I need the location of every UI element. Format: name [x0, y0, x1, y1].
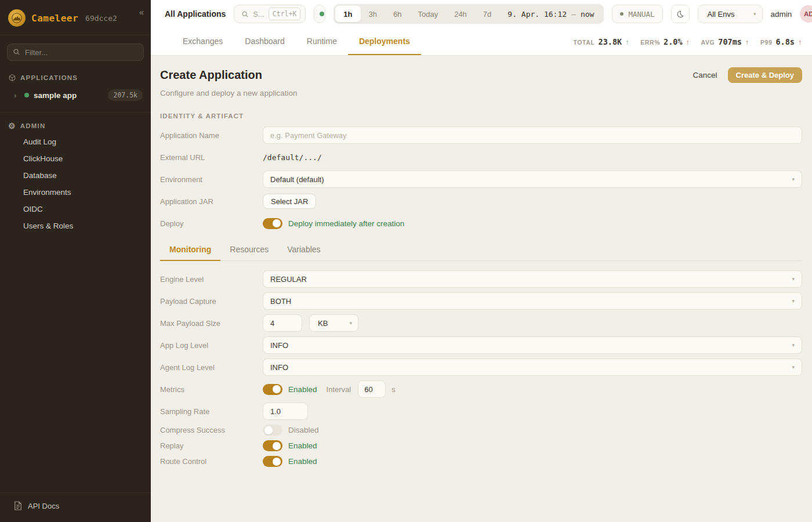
section-identity-artifact: IDENTITY & ARTIFACT	[160, 113, 802, 119]
username-label: admin	[771, 10, 792, 19]
field-deploy: Deploy Deploy immediately after creation	[160, 215, 802, 232]
tab-dashboard[interactable]: Dashboard	[234, 28, 296, 55]
header-actions: Cancel Create & Deploy	[693, 67, 802, 83]
online-dot-icon	[320, 12, 324, 16]
field-payload-capture: Payload Capture BOTH ▾	[160, 292, 802, 310]
chevron-down-icon: ▾	[792, 298, 795, 304]
field-agent-log-level: Agent Log Level INFO ▾	[160, 358, 802, 376]
field-app-log-level: App Log Level INFO ▾	[160, 336, 802, 354]
applications-section-header: APPLICATIONS	[0, 70, 151, 85]
sidebar-header: Cameleer 69dcce2 «	[0, 0, 151, 35]
content: Create Application Cancel Create & Deplo…	[151, 56, 812, 522]
subtab-variables[interactable]: Variables	[278, 245, 329, 261]
app-item-label[interactable]: sample app	[34, 91, 103, 100]
avatar[interactable]: AD	[800, 5, 812, 23]
range-7d[interactable]: 7d	[475, 6, 499, 22]
online-status-button[interactable]: O	[314, 5, 325, 23]
sidebar-item-clickhouse[interactable]: ClickHouse	[0, 150, 151, 167]
sidebar-item-users-roles[interactable]: Users & Roles	[0, 217, 151, 234]
admin-section-header: ⚙ ADMIN	[0, 118, 151, 133]
range-1h[interactable]: 1h	[335, 6, 360, 22]
subtab-monitoring[interactable]: Monitoring	[160, 245, 220, 261]
range-today[interactable]: Today	[409, 6, 446, 22]
application-name-input[interactable]	[263, 126, 802, 144]
select-jar-button[interactable]: Select JAR	[263, 194, 316, 209]
search-placeholder: S...	[253, 10, 264, 19]
collapse-sidebar-icon[interactable]: «	[139, 7, 144, 17]
chevron-right-icon[interactable]: ›	[14, 91, 20, 100]
sampling-rate-input[interactable]	[263, 403, 308, 420]
manual-dot-icon	[620, 12, 624, 16]
tab-runtime[interactable]: Runtime	[296, 28, 348, 55]
interval-unit-label: s	[392, 385, 396, 394]
main-area: All Applications S... Ctrl+K O 1h 3h 6h …	[151, 0, 812, 522]
field-max-payload-size: Max Payload Size KB ▾	[160, 314, 802, 332]
stat-err: ERR% 2.0% ↑	[640, 37, 689, 46]
route-control-state-label: Enabled	[288, 457, 317, 466]
field-compress-success: Compress Success Disabled	[160, 425, 802, 436]
stats-bar: TOTAL 23.8K ↑ ERR% 2.0% ↑ AVG 707ms ↑ P9…	[573, 28, 802, 55]
divider	[0, 112, 151, 113]
sidebar-item-sample-app[interactable]: › sample app 207.5k	[0, 85, 151, 105]
sidebar-item-oidc[interactable]: OIDC	[0, 201, 151, 217]
max-payload-size-input[interactable]	[263, 314, 302, 332]
deploy-toggle[interactable]	[263, 218, 282, 229]
date-separator: —	[571, 10, 576, 19]
range-6h[interactable]: 6h	[385, 6, 409, 22]
shortcut-badge: Ctrl+K	[269, 8, 301, 20]
field-metrics: Metrics Enabled Interval s	[160, 380, 802, 398]
interval-label: Interval	[327, 385, 351, 394]
status-dot-icon	[24, 93, 29, 97]
api-docs-link[interactable]: API Docs	[0, 492, 151, 522]
sidebar-item-environments[interactable]: Environments	[0, 184, 151, 201]
environment-select[interactable]: Default (default) ▾	[263, 171, 802, 188]
metrics-toggle[interactable]	[263, 384, 282, 395]
global-search[interactable]: S... Ctrl+K	[234, 5, 306, 23]
trend-up-icon: ↑	[745, 38, 749, 46]
app-log-level-select[interactable]: INFO ▾	[263, 336, 802, 354]
metrics-interval-input[interactable]	[358, 380, 386, 398]
field-external-url: External URL /default/.../	[160, 148, 802, 166]
cancel-button[interactable]: Cancel	[693, 71, 717, 79]
filter-input[interactable]	[7, 44, 144, 61]
range-3h[interactable]: 3h	[361, 6, 385, 22]
stat-p99: P99 6.8s ↑	[760, 37, 802, 46]
sidebar: Cameleer 69dcce2 « APPLICATIONS › sample…	[0, 0, 151, 522]
route-control-toggle[interactable]	[263, 456, 282, 467]
chevron-down-icon: ▾	[349, 320, 352, 326]
config-subtabs: Monitoring Resources Variables	[160, 245, 802, 261]
metrics-state-label: Enabled	[288, 385, 317, 394]
chevron-down-icon: ▾	[753, 11, 756, 17]
payload-capture-select[interactable]: BOTH ▾	[263, 292, 802, 310]
cube-icon	[8, 74, 16, 82]
range-24h[interactable]: 24h	[446, 6, 475, 22]
chevron-down-icon: ▾	[792, 364, 795, 370]
app-title: Cameleer	[31, 13, 78, 24]
dark-mode-toggle[interactable]	[671, 5, 690, 23]
trend-up-icon: ↑	[798, 38, 802, 46]
create-deploy-button[interactable]: Create & Deploy	[728, 67, 802, 83]
document-icon	[14, 501, 22, 510]
app-version: 69dcce2	[85, 14, 117, 23]
subtab-resources[interactable]: Resources	[220, 245, 278, 261]
stat-total: TOTAL 23.8K ↑	[573, 37, 629, 46]
chevron-down-icon: ▾	[792, 276, 795, 282]
replay-toggle[interactable]	[263, 440, 282, 451]
chevron-down-icon: ▾	[792, 342, 795, 348]
env-filter-select[interactable]: All Envs ▾	[698, 5, 763, 23]
engine-level-select[interactable]: REGULAR ▾	[263, 270, 802, 288]
field-engine-level: Engine Level REGULAR ▾	[160, 270, 802, 288]
tab-exchanges[interactable]: Exchanges	[172, 28, 234, 55]
date-range-display[interactable]: 9. Apr. 16:12 — now	[499, 10, 602, 19]
external-url-value: /default/.../	[263, 153, 322, 162]
sidebar-item-audit-log[interactable]: Audit Log	[0, 133, 151, 150]
field-replay: Replay Enabled	[160, 440, 802, 451]
payload-unit-select[interactable]: KB ▾	[309, 314, 358, 332]
replay-state-label: Enabled	[288, 441, 317, 450]
manual-refresh-button[interactable]: MANUAL	[612, 5, 662, 23]
compress-success-toggle[interactable]	[263, 425, 282, 436]
tab-deployments[interactable]: Deployments	[348, 28, 421, 55]
sidebar-item-database[interactable]: Database	[0, 167, 151, 184]
agent-log-level-select[interactable]: INFO ▾	[263, 358, 802, 376]
compress-success-state-label: Disabled	[288, 426, 319, 434]
